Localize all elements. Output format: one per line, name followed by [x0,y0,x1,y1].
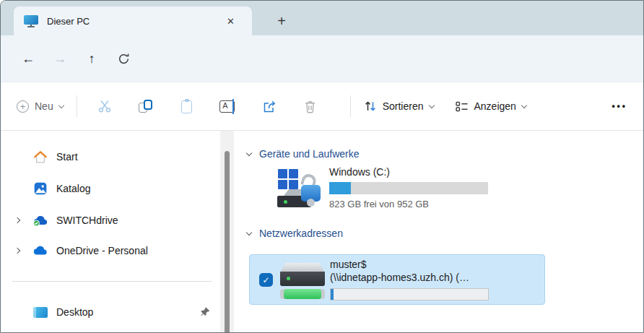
more-options-button[interactable]: ••• [612,101,627,111]
plus-circle-icon: + [17,100,29,113]
sidebar-item-katalog[interactable]: Katalog [1,176,220,202]
share-icon [262,100,277,113]
capacity-bar [329,182,488,194]
paste-button[interactable] [173,92,201,120]
this-pc-icon [24,15,38,27]
capacity-bar-fill [329,182,351,194]
onedrive-cloud-icon [32,245,48,256]
collapse-chevron-icon[interactable] [246,229,252,235]
up-button[interactable]: ↑ [79,46,105,72]
sidebar-item-onedrive[interactable]: OneDrive - Personal [1,238,220,264]
new-button[interactable]: + Neu [17,100,64,113]
gallery-icon [32,181,48,196]
scrollbar-thumb[interactable] [225,151,230,333]
collapse-chevron-icon[interactable] [246,150,252,155]
vertical-scrollbar[interactable] [220,131,234,332]
cut-button[interactable] [90,92,119,120]
chevron-down-icon [521,102,527,108]
drive-name: Windows (C:) [329,166,488,178]
new-tab-button[interactable]: + [265,7,298,35]
command-toolbar: + Neu A [1,82,643,131]
free-space-text: 823 GB frei von 952 GB [329,199,488,209]
file-explorer-window: Dieser PC ✕ + ← → ↑ Dieser PC + Neu [0,0,644,333]
sidebar-item-label: SWITCHdrive [56,215,118,226]
expand-chevron-icon[interactable] [14,217,20,223]
network-drive-path: (\\idnetapp-homes3.uzh.ch) (… [330,271,489,284]
sidebar-item-start[interactable]: Start [1,144,220,170]
selection-checkbox[interactable]: ✓ [259,273,273,287]
pin-icon [200,306,210,320]
network-drive-name: muster$ [330,258,489,271]
forward-button[interactable]: → [47,46,73,72]
sidebar-item-label: Start [56,151,78,163]
back-button[interactable]: ← [15,46,41,72]
chevron-down-icon [428,102,434,108]
checkmark-icon: ✓ [262,275,269,285]
refresh-button[interactable] [110,46,136,72]
section-title: Netzwerkadressen [259,228,343,239]
bitlocker-drive-icon [277,165,324,211]
trash-icon [304,100,316,113]
close-tab-icon[interactable]: ✕ [227,16,235,27]
share-button[interactable] [255,92,284,120]
chevron-down-icon [58,102,64,108]
tab-bar: Dieser PC ✕ + [1,1,643,35]
view-button[interactable]: Anzeigen [456,100,526,112]
toolbar-divider [77,95,77,117]
navigation-pane: Start Katalog [1,131,220,332]
capacity-bar [330,288,489,300]
drive-item-windows-c[interactable]: Windows (C:) 823 GB frei von 952 GB [277,165,488,211]
sidebar-divider [12,281,212,282]
refresh-icon [118,53,130,65]
sidebar-item-switchdrive[interactable]: SWITCHdrive [1,207,220,233]
scissors-icon [97,99,112,113]
network-drive-icon [280,263,325,300]
section-header-network[interactable]: Netzwerkadressen [247,228,343,239]
sort-button[interactable]: Sortieren [364,100,434,112]
view-button-label: Anzeigen [474,100,516,112]
view-layout-icon [456,101,469,112]
navigation-bar: ← → ↑ Dieser PC [1,35,643,82]
paste-icon [180,99,193,113]
toolbar-divider [350,95,351,117]
delete-button[interactable] [296,92,325,120]
capacity-bar-fill [331,289,334,300]
copy-icon [139,100,153,113]
rename-icon: A [219,100,236,113]
sort-arrows-icon [364,100,377,112]
sidebar-item-label: Katalog [56,183,90,194]
sidebar-item-label: OneDrive - Personal [56,245,148,256]
explorer-content: Start Katalog [1,131,643,332]
network-drive-item-muster[interactable]: ✓ muster$ (\\idnetapp-homes3.uzh.ch) (… [249,254,545,305]
sidebar-item-label: Desktop [56,306,93,318]
cloud-check-icon [32,214,48,227]
section-title: Geräte und Laufwerke [259,148,360,160]
sidebar-item-desktop[interactable]: Desktop [1,299,220,325]
windows-logo-icon [278,169,298,189]
home-icon [32,150,48,164]
new-button-label: Neu [35,100,53,112]
desktop-icon [32,307,48,318]
tab-dieser-pc[interactable]: Dieser PC ✕ [14,7,252,35]
tab-title: Dieser PC [47,16,90,27]
expand-chevron-icon[interactable] [14,248,20,254]
rename-button[interactable]: A [214,92,243,120]
items-pane: Geräte und Laufwerke Windows (C:) 823 GB… [234,131,643,332]
section-header-devices[interactable]: Geräte und Laufwerke [247,148,360,160]
sort-button-label: Sortieren [383,100,424,112]
copy-button[interactable] [131,92,160,120]
